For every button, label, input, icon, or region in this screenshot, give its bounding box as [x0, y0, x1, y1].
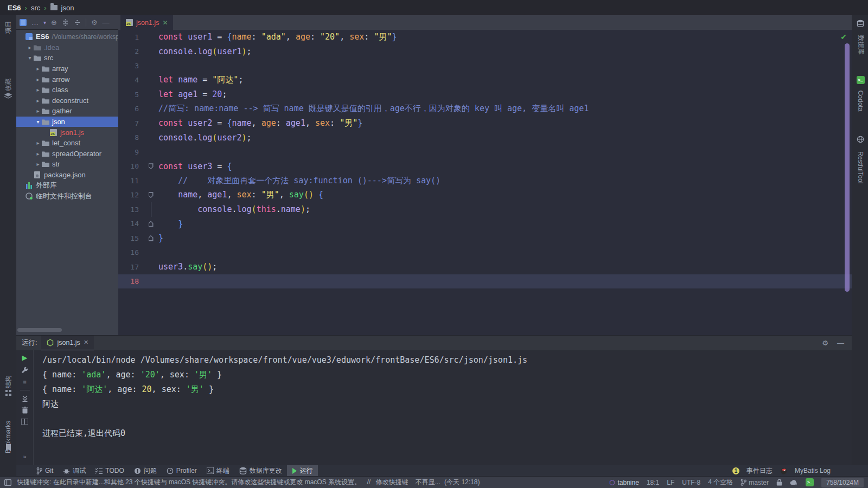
tree-item-array[interactable]: ▸array [16, 63, 118, 74]
git-branch-widget[interactable]: master [741, 479, 769, 486]
tree-item-arrow[interactable]: ▸arrow [16, 74, 118, 85]
tabnine-widget[interactable]: ⬡ tabnine [609, 479, 639, 486]
chevron-right-icon[interactable]: ▸ [35, 140, 41, 146]
line-number[interactable]: 6 [118, 105, 145, 113]
encoding[interactable]: UTF-8 [682, 479, 700, 486]
line-number[interactable]: 13 [118, 206, 145, 214]
tool-button-问题[interactable]: 问题 [129, 465, 162, 476]
line-number[interactable]: 5 [118, 91, 145, 99]
editor-tab-json1[interactable]: json1.js ✕ [120, 15, 173, 30]
tree-item-spreadoperator[interactable]: ▸spreadOperator [16, 149, 118, 159]
inspection-ok-icon[interactable]: ✔ [840, 33, 847, 41]
tree-item--[interactable]: 临时文件和控制台 [16, 191, 118, 202]
line-number[interactable]: 1 [118, 33, 145, 41]
chevron-down-icon[interactable]: ▾ [35, 119, 41, 125]
line-number[interactable]: 12 [118, 191, 145, 199]
ellipsis-icon[interactable]: … [31, 19, 39, 26]
line-number[interactable]: 16 [118, 248, 145, 256]
rerun-button[interactable]: ▶ [22, 354, 28, 362]
tree-item-package-json[interactable]: package.json [16, 170, 118, 181]
chevron-right-icon[interactable]: ▸ [35, 108, 41, 114]
tool-button-运行[interactable]: 运行 [287, 465, 318, 476]
split-console-icon[interactable] [21, 419, 28, 425]
toolwindow-toggle-icon[interactable] [4, 479, 11, 486]
project-tree-panel[interactable]: ES6/Volumes/share/worksp▸.idea▾src▸array… [16, 30, 118, 335]
fold-marker-icon[interactable] [145, 159, 156, 174]
close-icon[interactable]: ✕ [162, 19, 168, 27]
line-number[interactable]: 9 [118, 148, 145, 156]
more-options-icon[interactable]: » [23, 453, 26, 460]
chevron-right-icon[interactable]: ▸ [35, 151, 41, 157]
tree-item-deconstruct[interactable]: ▸deconstruct [16, 95, 118, 106]
chevron-down-icon[interactable]: ▾ [43, 20, 46, 25]
status-action-edit-shortcuts[interactable]: 修改快捷键 [375, 478, 408, 486]
chevron-right-icon[interactable]: ▸ [35, 87, 41, 93]
tree-item--[interactable]: 外部库 [16, 180, 118, 191]
chevron-right-icon[interactable]: ▸ [35, 66, 41, 72]
tree-item--idea[interactable]: ▸.idea [16, 42, 118, 53]
horizontal-scrollbar[interactable] [17, 328, 62, 332]
line-number[interactable]: 7 [118, 119, 145, 127]
tree-item-json1-js[interactable]: json1.js [16, 127, 118, 138]
chevron-right-icon[interactable]: ▸ [35, 161, 41, 167]
scroll-to-end-icon[interactable] [22, 395, 28, 402]
cloud-sync-icon[interactable] [790, 479, 798, 485]
locate-file-icon[interactable]: ⊕ [51, 19, 57, 26]
chevron-right-icon[interactable]: ▸ [27, 44, 33, 50]
line-number[interactable]: 4 [118, 76, 145, 84]
status-message[interactable]: 快捷键冲突: 在此目录中新建...和其他 23 个快捷键与 macOS 快捷键冲… [17, 478, 480, 487]
line-separator[interactable]: LF [667, 479, 674, 486]
indent-setting[interactable]: 4 个空格 [708, 478, 733, 487]
tool-button-todo[interactable]: TODO [91, 465, 129, 476]
tool-button-favorites[interactable]: 收藏 [0, 80, 16, 99]
tool-button-调试[interactable]: 调试 [58, 465, 91, 476]
line-number[interactable]: 17 [118, 263, 145, 271]
tool-button-structure[interactable]: 结构 [0, 377, 16, 396]
console-output[interactable]: /usr/local/bin/node /Volumes/share/works… [34, 350, 852, 465]
tool-button-event-log[interactable]: 事件日志 [742, 465, 777, 476]
status-action-dismiss[interactable]: 不再显... [416, 478, 441, 486]
tool-button-restfultool[interactable]: RestfulTool [852, 136, 868, 171]
tool-button-profiler[interactable]: Profiler [162, 465, 202, 476]
fold-marker-icon[interactable] [145, 217, 156, 232]
line-number[interactable]: 18 [118, 277, 145, 285]
expand-all-icon[interactable] [62, 19, 69, 26]
line-number[interactable]: 3 [118, 62, 145, 70]
chevron-right-icon[interactable]: ▸ [35, 76, 41, 82]
clear-console-icon[interactable] [22, 407, 28, 414]
vertical-scrollbar[interactable] [845, 43, 850, 292]
tree-item-class[interactable]: ▸class [16, 85, 118, 95]
tree-item-str[interactable]: ▸str [16, 159, 118, 170]
code-editor[interactable]: 1const user1 = {name: "ada", age: "20", … [118, 30, 852, 335]
line-number[interactable]: 10 [118, 162, 145, 170]
line-number[interactable]: 14 [118, 220, 145, 228]
tree-item-let-const[interactable]: ▸let_const [16, 138, 118, 149]
collapse-all-icon[interactable] [74, 19, 81, 26]
close-icon[interactable]: ✕ [84, 339, 88, 346]
gear-icon[interactable]: ⚙ [822, 339, 828, 347]
tool-button-数据库更改[interactable]: 数据库更改 [234, 465, 287, 476]
line-number[interactable]: 8 [118, 133, 145, 142]
breadcrumb-root[interactable]: ES6 [8, 4, 21, 12]
line-number[interactable]: 2 [118, 47, 145, 55]
tree-item-gather[interactable]: ▸gather [16, 106, 118, 117]
tree-item-src[interactable]: ▾src [16, 53, 118, 63]
fold-marker-icon[interactable] [145, 188, 156, 203]
run-tab-json1[interactable]: json1.js ✕ [41, 336, 94, 351]
caret-position[interactable]: 18:1 [647, 479, 659, 486]
terminal-badge-icon[interactable]: >_ [806, 478, 814, 486]
project-view-selector-icon[interactable] [20, 19, 27, 26]
tool-button-project[interactable]: 项目 [0, 23, 16, 32]
tree-item-es6[interactable]: ES6/Volumes/share/worksp [16, 31, 118, 42]
tool-button-database[interactable]: 数据库 [852, 20, 868, 49]
tool-button-git[interactable]: Git [31, 465, 58, 476]
hide-panel-icon[interactable]: — [837, 339, 844, 347]
breadcrumb-src[interactable]: src [31, 4, 40, 12]
tree-item-json[interactable]: ▾json [16, 117, 118, 127]
fold-marker-icon[interactable] [145, 231, 156, 246]
tool-button-mybatis-log[interactable]: MyBatis Log [790, 465, 835, 476]
tool-button-终端[interactable]: 终端 [202, 465, 234, 476]
breadcrumb-json[interactable]: json [61, 4, 74, 12]
chevron-right-icon[interactable]: ▸ [35, 98, 41, 104]
memory-indicator[interactable]: 758/1024M [821, 478, 864, 487]
